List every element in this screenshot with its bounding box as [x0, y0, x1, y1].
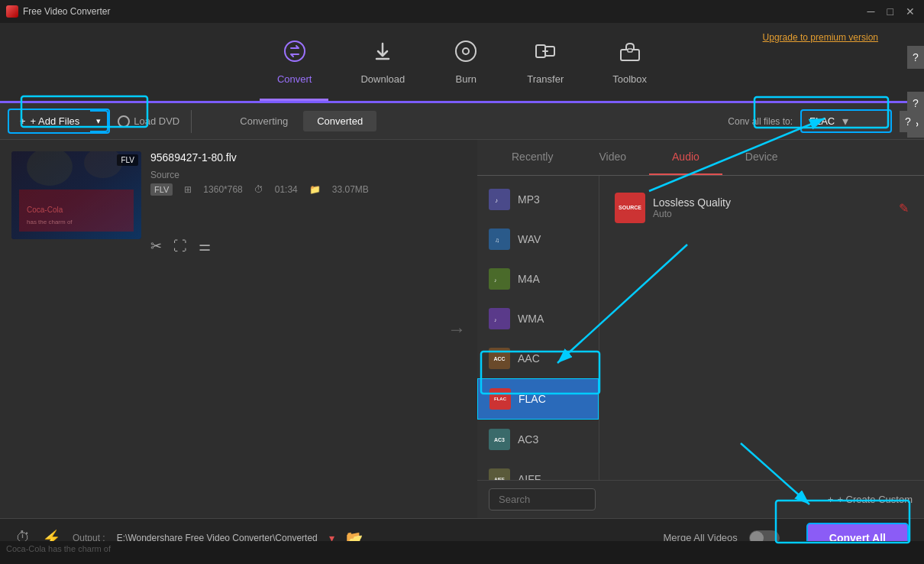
add-files-dropdown-button[interactable]: ▾: [90, 110, 108, 132]
restore-button[interactable]: □: [884, 5, 897, 18]
flac-icon: FLAC: [489, 388, 511, 410]
format-item-aiff[interactable]: AIFF AIFF: [477, 459, 599, 480]
nav-label-burn: Burn: [456, 73, 477, 85]
nav-label-download: Download: [360, 73, 405, 85]
svg-point-0: [285, 41, 305, 61]
format-item-wav[interactable]: ♫ WAV: [477, 219, 599, 259]
file-meta-row: FLV ⊞ 1360*768 ⏱ 01:34 📁 33.07MB: [150, 183, 466, 196]
quality-icon: SOURCE: [615, 193, 645, 223]
transfer-icon: [533, 39, 557, 69]
format-dropdown-arrow: ▾: [842, 114, 848, 128]
format-item-wma[interactable]: ♪ WMA: [477, 299, 599, 339]
app-title: Free Video Converter: [23, 6, 111, 17]
help-button-toolbar[interactable]: ?: [900, 111, 916, 132]
tab-recently[interactable]: Recently: [489, 140, 576, 175]
main-content: Coca-Cola has the charm of FLV 95689427-…: [0, 140, 924, 518]
file-source-label: Source: [150, 170, 466, 180]
window-controls[interactable]: ─ □ ✕: [864, 5, 918, 18]
quality-info: Lossless Quality Auto: [653, 196, 731, 219]
add-files-label: + Add Files: [31, 115, 80, 127]
file-item: Coca-Cola has the charm of FLV 95689427-…: [11, 151, 466, 254]
tab-audio[interactable]: Audio: [649, 140, 722, 175]
close-button[interactable]: ✕: [903, 5, 918, 18]
nav-item-transfer[interactable]: Transfer: [518, 33, 573, 91]
nav-label-convert: Convert: [277, 73, 312, 85]
title-left: Free Video Converter: [6, 5, 111, 18]
file-info: 95689427-1-80.flv Source FLV ⊞ 1360*768 …: [150, 151, 466, 254]
aiff-icon: AIFF: [489, 468, 510, 480]
m4a-icon: ♪: [489, 268, 510, 290]
wma-icon: ♪: [489, 308, 510, 329]
wma-label: WMA: [518, 313, 544, 325]
file-actions: ✂ ⛶ ⚌: [150, 238, 466, 254]
svg-text:has the charm of: has the charm of: [27, 219, 73, 225]
format-value: FLAC: [809, 115, 835, 127]
quality-item-left: SOURCE Lossless Quality Auto: [615, 193, 731, 223]
format-selector[interactable]: FLAC ▾: [800, 109, 892, 133]
cut-button[interactable]: ✂: [150, 238, 162, 254]
nav-label-transfer: Transfer: [527, 73, 564, 85]
crop-button[interactable]: ⛶: [173, 238, 187, 254]
tab-converting[interactable]: Converting: [226, 111, 302, 131]
file-thumbnail: Coca-Cola has the charm of FLV: [11, 151, 141, 239]
quality-edit-button[interactable]: ✎: [899, 201, 909, 216]
tab-video[interactable]: Video: [576, 140, 649, 175]
help-button-1[interactable]: ?: [907, 46, 924, 69]
quality-item-lossless: SOURCE Lossless Quality Auto ✎: [607, 183, 916, 232]
svg-point-2: [463, 48, 469, 54]
quality-name: Lossless Quality: [653, 196, 731, 209]
nav-label-toolbox: Toolbox: [612, 73, 647, 85]
svg-text:♪: ♪: [494, 317, 497, 323]
flac-label: FLAC: [519, 393, 546, 405]
upgrade-link[interactable]: Upgrade to premium version: [763, 32, 878, 43]
toolbar: + + Add Files ▾ Load DVD Converting Conv…: [0, 103, 924, 140]
add-files-button[interactable]: + + Add Files: [9, 110, 90, 132]
format-item-mp3[interactable]: ♪ MP3: [477, 180, 599, 219]
aiff-label: AIFF: [518, 473, 541, 480]
file-resolution-icon: ⊞: [184, 184, 192, 195]
file-name: 95689427-1-80.flv: [150, 151, 466, 164]
plus-create-icon: +: [828, 494, 834, 505]
nav-item-burn[interactable]: Burn: [444, 33, 487, 91]
format-left-panel: ♪ MP3 ♫ WAV ♪ M4A: [477, 176, 599, 480]
m4a-label: M4A: [518, 273, 540, 285]
load-dvd-label: Load DVD: [134, 115, 179, 127]
wav-icon: ♫: [489, 229, 510, 250]
effect-button[interactable]: ⚌: [199, 238, 211, 254]
search-input[interactable]: [489, 488, 596, 511]
file-duration-icon: ⏱: [254, 184, 263, 195]
file-format-value: FLV: [154, 185, 169, 194]
ac3-label: AC3: [518, 433, 538, 446]
create-custom-label: + Create Custom: [837, 494, 913, 505]
nav-item-convert[interactable]: Convert: [268, 33, 321, 91]
bottom-strip: Coca-Cola has the charm of: [0, 541, 924, 564]
format-item-aac[interactable]: ACC AAC: [477, 339, 599, 378]
convert-icon: [283, 39, 307, 69]
nav-item-download[interactable]: Download: [351, 33, 414, 91]
tab-converted[interactable]: Converted: [303, 111, 376, 131]
wav-label: WAV: [518, 233, 541, 245]
format-item-flac[interactable]: FLAC FLAC: [477, 378, 599, 420]
copy-all-label: Conv all files to:: [728, 116, 793, 127]
create-custom-button[interactable]: + + Create Custom: [828, 494, 913, 505]
aac-label: AAC: [518, 352, 540, 365]
aac-icon: ACC: [489, 348, 510, 369]
nav-item-toolbox[interactable]: Toolbox: [603, 33, 656, 91]
svg-text:♪: ♪: [495, 197, 498, 204]
file-size: 33.07MB: [332, 184, 369, 195]
load-dvd-button[interactable]: Load DVD: [118, 115, 179, 128]
bottom-strip-text: Coca-Cola has the charm of: [0, 541, 117, 559]
title-bar: Free Video Converter ─ □ ✕: [0, 0, 924, 23]
format-item-m4a[interactable]: ♪ M4A: [477, 259, 599, 299]
format-item-ac3[interactable]: AC3 AC3: [477, 420, 599, 459]
nav-bar: Upgrade to premium version Convert Downl…: [0, 23, 924, 103]
mp3-icon: ♪: [489, 189, 510, 210]
minimize-button[interactable]: ─: [864, 5, 878, 18]
file-duration: 01:34: [275, 184, 298, 195]
tab-device[interactable]: Device: [722, 140, 801, 175]
ac3-icon: AC3: [489, 429, 510, 450]
file-panel: Coca-Cola has the charm of FLV 95689427-…: [0, 140, 477, 518]
quality-setting: Auto: [653, 209, 731, 219]
svg-rect-6: [628, 49, 632, 52]
svg-text:Coca-Cola: Coca-Cola: [27, 206, 63, 214]
